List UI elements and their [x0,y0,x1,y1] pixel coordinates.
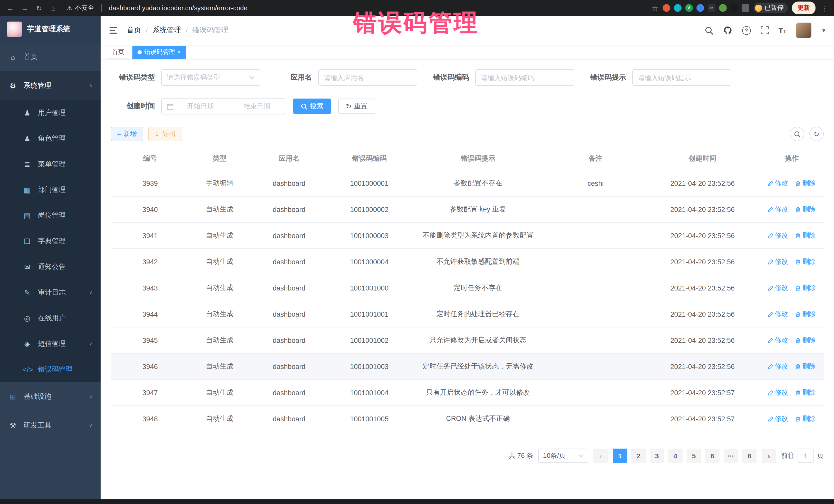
app-name-input[interactable] [324,74,412,81]
puzzle-extensions-icon[interactable] [741,4,749,12]
date-range-picker[interactable]: 开始日期 - 结束日期 [161,98,285,114]
home-icon[interactable]: ⌂ [48,4,59,12]
delete-link[interactable]: 删除 [795,179,816,188]
reload-icon[interactable]: ↻ [34,4,44,12]
page-button[interactable]: 1 [613,448,627,463]
search-button[interactable]: 搜索 [293,98,331,114]
github-icon[interactable] [723,26,732,35]
sidebar-item[interactable]: ▦ 部门管理 [0,177,101,203]
page-button[interactable]: 3 [650,448,664,463]
page-tab[interactable]: 错误码管理 × [132,45,186,59]
export-button[interactable]: ↧ 导出 [148,127,182,141]
page-button[interactable]: 4 [668,448,683,463]
page-button[interactable]: 8 [742,448,756,463]
extension-icon[interactable]: on [707,4,715,12]
column-header: 类型 [190,147,250,170]
edit-link[interactable]: 修改 [768,309,788,319]
edit-link[interactable]: 修改 [768,205,788,214]
sidebar-item-label: 审计日志 [38,288,66,297]
browser-menu-icon[interactable]: ⋮ [820,4,829,12]
sidebar-item[interactable]: ◈ 短信管理 ∨ [0,331,101,357]
next-page-button[interactable]: › [762,448,776,463]
error-hint-input[interactable] [638,74,726,81]
forward-icon[interactable]: → [20,4,30,12]
cell-id: 3939 [111,170,190,196]
delete-link[interactable]: 删除 [795,283,816,292]
address-bar[interactable]: dashboard.yudao.iocoder.cn/system/error-… [109,4,648,12]
extension-icon[interactable] [674,4,681,12]
sidebar-item[interactable]: </> 错误码管理 [0,357,101,382]
add-button[interactable]: + 新增 [111,127,143,141]
page-tab[interactable]: 首页 [107,45,129,59]
delete-link[interactable]: 删除 [795,388,816,397]
browser-window: ← → ↻ ⌂ ⚠ 不安全 dashboard.yudao.iocoder.cn… [0,0,834,504]
sidebar-item[interactable]: ✎ 审计日志 ∨ [0,280,101,305]
toggle-search-button[interactable] [790,127,804,141]
sidebar-item[interactable]: ◎ 在线用户 [0,305,101,331]
sidebar-item[interactable]: ⚒ 研发工具 ∨ [0,411,101,440]
bookmark-star-icon[interactable]: ☆ [652,4,658,12]
breadcrumb-item[interactable]: 首页 [127,26,141,35]
edit-pencil-icon [768,337,773,343]
hamburger-icon[interactable] [108,25,118,36]
app-logo[interactable]: 芋道管理系统 [0,16,101,43]
prev-page-button[interactable]: ‹ [593,448,608,463]
extension-icon[interactable] [696,4,704,12]
sidebar-item[interactable]: ⊞ 基础设施 ∨ [0,382,101,411]
edit-link[interactable]: 修改 [768,388,788,397]
user-avatar[interactable] [796,23,811,38]
security-indicator[interactable]: ⚠ 不安全 [67,4,94,12]
page-button[interactable]: 5 [687,448,701,463]
help-icon[interactable]: ? [742,26,751,35]
sidebar-item[interactable]: ▤ 岗位管理 [0,203,101,228]
font-size-icon[interactable]: TT [778,26,787,35]
edit-link[interactable]: 修改 [768,231,788,240]
search-icon[interactable] [705,26,714,35]
edit-link[interactable]: 修改 [768,283,788,292]
delete-link[interactable]: 删除 [795,336,816,345]
back-icon[interactable]: ← [5,4,15,12]
sidebar-item[interactable]: ♟ 角色管理 [0,126,101,151]
page-button[interactable]: 6 [705,448,720,463]
table-row: 3945 自动生成 dashboard 1001001002 只允许修改为开启或… [111,327,824,353]
sidebar-item[interactable]: ✉ 通知公告 [0,254,101,280]
page-button[interactable]: ··· [724,448,738,463]
sidebar-item[interactable]: ⚙ 系统管理 ∧ [0,71,101,100]
profile-paused-badge[interactable]: 已暂停 [753,3,788,13]
edit-link[interactable]: 修改 [768,257,788,266]
sidebar-item-label: 错误码管理 [38,365,73,374]
sidebar-item-label: 用户管理 [38,108,66,117]
page-size-select[interactable]: 10条/页 [539,448,588,463]
browser-update-button[interactable]: 更新 [792,2,815,14]
breadcrumb-item[interactable]: 系统管理 [152,26,181,35]
tab-close-icon[interactable]: × [178,49,181,54]
edit-link[interactable]: 修改 [768,179,788,188]
sidebar-item[interactable]: ❏ 字典管理 [0,228,101,254]
caret-down-icon[interactable]: ▼ [821,27,826,33]
sidebar-item[interactable]: ♟ 用户管理 [0,100,101,126]
delete-link[interactable]: 删除 [795,414,816,423]
sidebar-item[interactable]: ⌂ 首页 [0,43,101,71]
extension-icon[interactable] [719,4,726,12]
fullscreen-icon[interactable] [761,26,769,35]
calendar-icon [167,103,174,110]
page-button[interactable]: 2 [631,448,646,463]
github-extension-icon[interactable] [730,4,738,12]
goto-page-input[interactable] [797,448,814,463]
delete-link[interactable]: 删除 [795,362,816,371]
delete-link[interactable]: 删除 [795,205,816,214]
error-code-input[interactable] [481,74,569,81]
edit-link[interactable]: 修改 [768,336,788,345]
extension-icon[interactable]: V [685,4,693,12]
error-type-select[interactable]: 请选择错误码类型 [161,69,260,86]
sidebar-item[interactable]: ≣ 菜单管理 [0,151,101,177]
refresh-table-button[interactable]: ↻ [809,127,824,141]
breadcrumb-item[interactable]: 错误码管理 [193,26,228,35]
extension-icon[interactable] [662,4,670,12]
edit-link[interactable]: 修改 [768,362,788,371]
delete-link[interactable]: 删除 [795,231,816,240]
reset-button[interactable]: ↻ 重置 [338,98,375,114]
delete-link[interactable]: 删除 [795,257,816,266]
edit-link[interactable]: 修改 [768,414,788,423]
delete-link[interactable]: 删除 [795,309,816,319]
